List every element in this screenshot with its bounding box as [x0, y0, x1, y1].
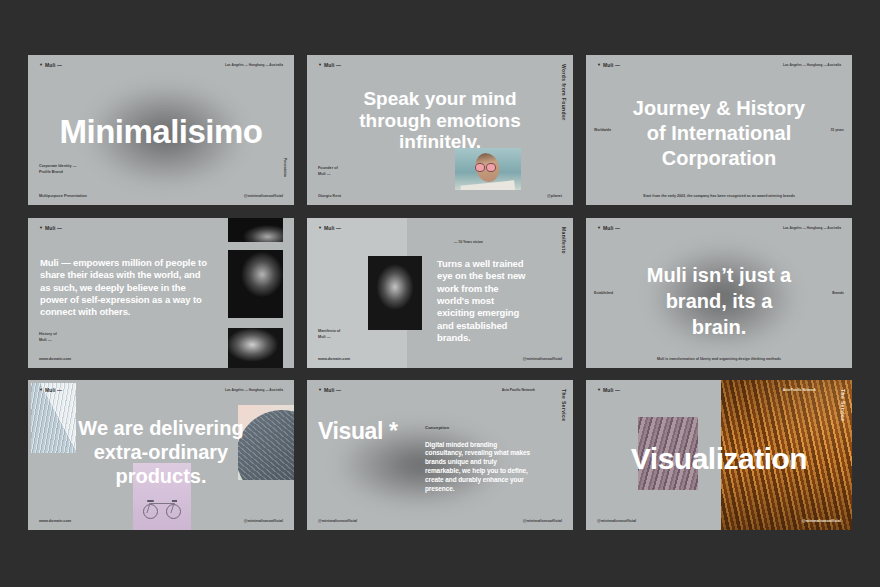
meta-left: Founder of Muli —: [318, 165, 338, 177]
slides-grid: ▼ Muli — Los Angeles — Hongkong — Austra…: [0, 0, 880, 587]
vertical-label: Manifesto: [561, 227, 567, 254]
network-label: Asia Pacific Network: [783, 388, 816, 392]
vertical-label: The Service: [840, 389, 846, 421]
slide-journey-history[interactable]: ▼ Muli — Los Angeles — Hongkong — Austra…: [586, 55, 852, 205]
right-side-label: Brands: [832, 291, 844, 295]
muli-logo-icon: ▼: [597, 226, 601, 230]
slide-cover[interactable]: ▼ Muli — Los Angeles — Hongkong — Austra…: [28, 55, 294, 205]
left-side-label: Established: [594, 291, 613, 295]
meta-left: History of Muli —: [39, 331, 57, 343]
muli-logo-text: Muli —: [324, 387, 341, 393]
muli-logo-text: Muli —: [45, 225, 62, 231]
muli-logo: ▼ Muli —: [597, 62, 620, 68]
eyebrow-label: — 10 Years vision: [454, 240, 483, 244]
muli-logo: ▼ Muli —: [318, 225, 341, 231]
service-paragraph: Digital minded branding consultancy, rev…: [425, 441, 543, 495]
muli-logo: ▼ Muli —: [318, 62, 341, 68]
footer-left: Giorgio Kent: [318, 194, 341, 198]
vertical-label: The Service: [561, 389, 567, 421]
muli-logo-icon: ▼: [597, 388, 601, 392]
portrait-photo: [368, 256, 422, 330]
footer-center: Start from the early 2003, the company h…: [586, 194, 852, 198]
sunglasses-left-lens: [475, 163, 485, 172]
footer-right: @planet: [547, 194, 562, 198]
muli-logo: ▼ Muli —: [597, 387, 620, 393]
bike-seat: [147, 500, 154, 502]
muli-logo-text: Muli —: [603, 225, 620, 231]
slide-brand-brain[interactable]: ▼ Muli — Los Angeles — Hongkong — Austra…: [586, 218, 852, 368]
muli-logo: ▼ Muli —: [39, 62, 62, 68]
footer-right: @minimalismoofficial: [244, 519, 283, 523]
network-label: Asia Pacific Network: [502, 388, 535, 392]
muli-logo-text: Muli —: [45, 387, 62, 393]
muli-logo-icon: ▼: [39, 63, 43, 67]
portrait-photo: [228, 218, 283, 242]
cities-label: Los Angeles — Hongkong — Australia: [225, 388, 283, 392]
muli-logo-icon: ▼: [597, 63, 601, 67]
meta-left: Corporate Identity — Profile Brand: [39, 163, 77, 175]
slide-service-visual[interactable]: ▼ Muli — Asia Pacific Network The Servic…: [307, 380, 573, 530]
footer-left: www.domain.com: [39, 357, 71, 361]
muli-logo: ▼ Muli —: [597, 225, 620, 231]
muli-logo-icon: ▼: [39, 388, 43, 392]
footer-left: www.domain.com: [318, 357, 350, 361]
slide-title: Minimalisimo: [28, 113, 294, 151]
slide-title: We are delivering extra-ordinary product…: [28, 416, 294, 488]
cities-label: Los Angeles — Hongkong — Australia: [783, 63, 841, 67]
footer-left: Multipurpose Presentation: [39, 194, 87, 198]
footer-right: @minimalismoofficial: [523, 357, 562, 361]
muli-logo-icon: ▼: [318, 226, 322, 230]
muli-logo-text: Muli —: [324, 225, 341, 231]
slide-manifesto[interactable]: ▼ Muli — Manifesto — 10 Years vision Tur…: [307, 218, 573, 368]
meta-left: Manifesto of Muli —: [318, 328, 340, 340]
slide-products[interactable]: ▼ Muli — Los Angeles — Hongkong — Austra…: [28, 380, 294, 530]
portrait-photo: [228, 250, 283, 318]
cities-label: Los Angeles — Hongkong — Australia: [783, 226, 841, 230]
vertical-label: Presentation: [283, 158, 287, 177]
muli-logo-icon: ▼: [318, 388, 322, 392]
slide-about[interactable]: ▼ Muli — Muli — empowers million of peop…: [28, 218, 294, 368]
about-paragraph: Muli — empowers million of people to sha…: [40, 257, 230, 319]
right-side-label: 15 years: [830, 128, 844, 132]
footer-right: @minimalismoofficial: [244, 194, 283, 198]
bike-frame: [146, 503, 174, 513]
footer-right: @minimalismoofficial: [523, 519, 562, 523]
left-side-label: Worldwide: [594, 128, 611, 132]
slide-title: Visualization: [586, 442, 852, 476]
muli-logo: ▼ Muli —: [39, 225, 62, 231]
portrait-photo: [228, 328, 283, 368]
slide-title: Muli isn’t just a brand, its a brain.: [614, 262, 824, 340]
eyebrow-label: Conception: [425, 425, 449, 430]
slide-title: Journey & History of International Corpo…: [604, 96, 834, 170]
muli-logo-text: Muli —: [603, 387, 620, 393]
slide-title: Visual *: [318, 418, 397, 445]
muli-logo: ▼ Muli —: [318, 387, 341, 393]
muli-logo-text: Muli —: [603, 62, 620, 68]
sunglasses-right-lens: [486, 163, 496, 172]
footer-right: @minimalismoofficial: [802, 519, 841, 523]
manifesto-paragraph: Turns a well trained eye on the best new…: [437, 258, 541, 344]
slide-title: Speak your mind through emotions infinit…: [317, 88, 563, 153]
footer-left: www.domain.com: [39, 519, 71, 523]
slide-founder-quote[interactable]: ▼ Muli — Words from Founder Speak your m…: [307, 55, 573, 205]
muli-logo-icon: ▼: [318, 63, 322, 67]
founder-photo: [455, 148, 521, 190]
cities-label: Los Angeles — Hongkong — Australia: [225, 63, 283, 67]
muli-logo-text: Muli —: [324, 62, 341, 68]
muli-logo-text: Muli —: [45, 62, 62, 68]
vertical-label: Words from Founder: [561, 64, 567, 121]
footer-center: Muli is transformation of liberty and or…: [586, 357, 852, 361]
footer-left: @minimalismoofficial: [318, 519, 357, 523]
bike-handlebar: [172, 500, 177, 502]
muli-logo-icon: ▼: [39, 226, 43, 230]
muli-logo: ▼ Muli —: [39, 387, 62, 393]
footer-left: @minimalismoofficial: [597, 519, 636, 523]
slide-visualization[interactable]: ▼ Muli — Asia Pacific Network The Servic…: [586, 380, 852, 530]
